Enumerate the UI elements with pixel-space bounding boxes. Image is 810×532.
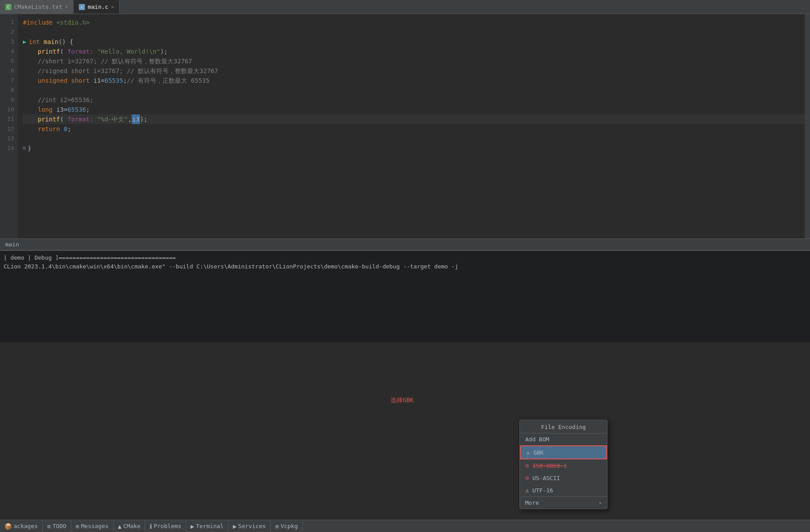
todo-icon: ≡ [47,523,51,530]
code-editor[interactable]: #include <stdio.h> ▶ int main() { printf… [18,14,810,238]
c-file-icon: c [79,4,85,10]
code-line-4: printf( format: "Hello, World!\n"); [23,47,810,56]
build-line-2: CLion 2023.1.4\bin\cmake\win\x64\bin\cma… [4,262,806,271]
breadcrumb: main [0,238,810,250]
breadcrumb-text: main [5,241,19,248]
code-line-14: ⊟} [23,143,810,153]
status-vcpkg[interactable]: ≡ Vcpkg [271,520,303,532]
gbk-warn-icon: ⚠ [526,449,530,456]
encoding-item-utf16[interactable]: ⚠ UTF-16 [520,484,607,496]
bottom-panel: | demo | Debug ]========================… [0,250,810,342]
terminal-label: Terminal [196,523,224,529]
status-messages[interactable]: ≡ Messages [71,520,114,532]
code-line-5: //short i=32767; // 默认有符号，整数最大32767 [23,56,810,66]
code-line-12: return 0; [23,124,810,134]
gbk-label-text: GBK [533,449,543,456]
cmake-icon: C [5,4,11,10]
code-line-9: //int i2=65536; [23,95,810,105]
iso-err-icon: ⊘ [525,462,529,469]
tab-cmakelists-label: CMakeLists.txt [14,4,63,10]
tab-bar: C CMakeLists.txt ✕ c main.c ✕ [0,0,810,14]
status-bar: 📦 ackages ≡ TODO ≡ Messages ▲ CMake ℹ Pr… [0,520,810,532]
utf16-warn-icon: ⚠ [525,487,529,494]
code-line-13 [23,134,810,143]
status-packages[interactable]: 📦 ackages [0,520,43,532]
utf16-label: UTF-16 [532,487,553,494]
encoding-popup: File Encoding Add BOM ⚠ GBK ⊘ ISO-8859-1… [519,420,608,509]
services-icon: ▶ [233,523,236,530]
usascii-err-icon: ⊘ [525,474,529,481]
usascii-label: US-ASCII [532,475,560,481]
code-line-1: #include <stdio.h> [23,18,810,27]
more-chevron-icon: › [598,499,602,506]
packages-icon: 📦 [4,523,12,530]
status-problems[interactable]: ℹ Problems [145,520,186,532]
cmake-status-label: CMake [123,523,140,529]
todo-label: TODO [52,523,66,529]
messages-label: Messages [81,523,109,529]
tab-main-c-close[interactable]: ✕ [111,4,114,10]
encoding-popup-title: File Encoding [520,420,607,433]
services-label: Services [238,523,266,529]
status-terminal[interactable]: ▶ Terminal [186,520,228,532]
cmake-status-icon: ▲ [118,523,122,530]
encoding-item-iso[interactable]: ⊘ ISO-8859-1 [520,459,607,472]
status-cmake[interactable]: ▲ CMake [114,520,146,532]
gbk-label: 选择GBK [390,396,414,404]
vcpkg-label: Vcpkg [280,523,298,529]
tab-cmakelists-close[interactable]: ✕ [65,4,68,10]
tab-main-c[interactable]: c main.c ✕ [74,0,120,14]
tab-main-c-label: main.c [88,4,108,10]
iso-label: ISO-8859-1 [532,462,567,469]
code-line-6: //signed short i=32767; // 默认有符号，整数最大327… [23,66,810,76]
code-line-7: unsigned short i1=65535; // 有符号，正数最大 655… [23,76,810,85]
add-bom-label: Add BOM [525,436,549,443]
packages-label: ackages [14,523,38,529]
editor-scrollbar[interactable] [805,14,810,238]
code-line-11: printf( format: "%d-中文",i3); [23,114,810,124]
line-numbers: 1 2 3 4 5 6 7 8 9 10 11 12 13 14 [0,14,18,238]
bottom-content[interactable]: | demo | Debug ]========================… [0,251,810,274]
code-line-10: long i3=65536; [23,105,810,114]
encoding-item-add-bom[interactable]: Add BOM [520,433,607,445]
messages-icon: ≡ [76,523,79,530]
build-line-1: | demo | Debug ]========================… [4,253,806,262]
tab-cmakelists[interactable]: C CMakeLists.txt ✕ [0,0,74,14]
editor-area: 1 2 3 4 5 6 7 8 9 10 11 12 13 14 #includ… [0,14,810,238]
problems-icon: ℹ [150,523,152,530]
encoding-item-usascii[interactable]: ⊘ US-ASCII [520,472,607,484]
encoding-more[interactable]: More › [520,496,607,509]
code-line-3: ▶ int main() { [23,37,810,47]
vcpkg-icon: ≡ [275,523,279,530]
code-line-8 [23,85,810,95]
more-label: More [525,499,539,506]
encoding-item-gbk[interactable]: ⚠ GBK [520,445,607,459]
status-todo[interactable]: ≡ TODO [43,520,71,532]
problems-label: Problems [154,523,181,529]
terminal-icon: ▶ [191,523,194,530]
status-services[interactable]: ▶ Services [228,520,271,532]
code-line-2 [23,27,810,37]
